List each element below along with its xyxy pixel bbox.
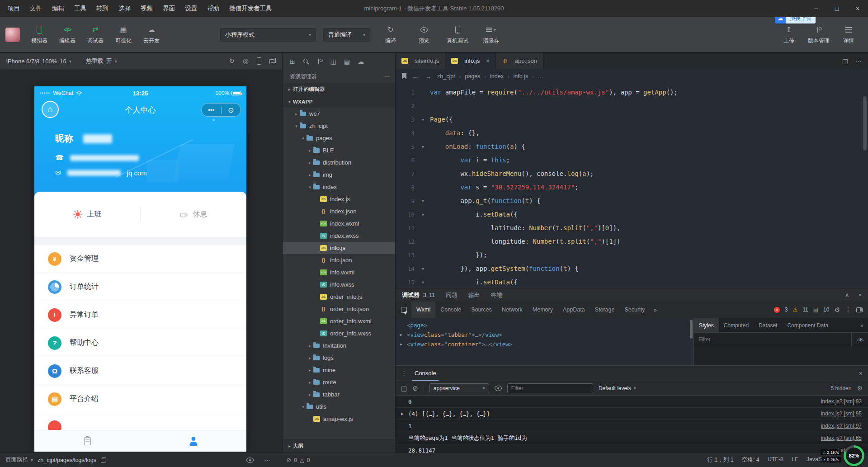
code-area[interactable]: 1var amapFile = require("../../utils/ama…: [396, 84, 868, 288]
expand-icon[interactable]: ▶: [400, 342, 407, 346]
tab-rest[interactable]: 休息: [141, 209, 246, 219]
multi-window-icon[interactable]: [269, 58, 276, 64]
status-item[interactable]: UTF-8: [768, 456, 783, 464]
details-button[interactable]: 详情: [834, 25, 863, 45]
split-editor-icon[interactable]: ◫: [842, 57, 848, 65]
tree-item[interactable]: ▸Invitation: [283, 340, 395, 352]
tree-item[interactable]: Sorder_info.wxss: [283, 327, 395, 340]
devtools-tab[interactable]: Sources: [466, 302, 497, 318]
console-log-row[interactable]: 28.81147index.js…: [396, 444, 868, 453]
rotate-device-icon[interactable]: [257, 57, 261, 65]
collapse-panel-icon[interactable]: ∧: [845, 292, 849, 298]
tab-orders[interactable]: [34, 430, 141, 452]
devtools-tab[interactable]: Network: [497, 302, 528, 318]
devtools-tab[interactable]: Console: [435, 302, 466, 318]
fold-icon[interactable]: ▾: [422, 212, 430, 217]
more-tabs-icon[interactable]: »: [860, 322, 868, 329]
more-actions-icon[interactable]: ⋯: [264, 457, 270, 463]
code-line[interactable]: 13 });: [396, 248, 868, 262]
new-file-icon[interactable]: ⊞: [290, 58, 295, 65]
fold-icon[interactable]: ▾: [422, 198, 430, 203]
inspect-element-icon[interactable]: [401, 307, 407, 313]
log-levels-select[interactable]: Default levels ▾: [599, 385, 636, 392]
editor-tab[interactable]: JSinfo.js×: [445, 53, 496, 69]
editor-button[interactable]: </> 编辑器: [53, 25, 81, 45]
code-line[interactable]: 12 longitude: Number(t.split(",")[1]): [396, 235, 868, 248]
cloud-icon[interactable]: ☁: [358, 58, 364, 65]
tree-item[interactable]: ▸BLE: [283, 144, 395, 156]
tree-item[interactable]: ▸logs: [283, 352, 395, 364]
log-source-link[interactable]: index.js? [sm]:97: [810, 423, 862, 429]
more-actions-icon[interactable]: ⋯: [855, 57, 862, 65]
device-select[interactable]: iPhone 6/7/8 100% 16 ▾: [6, 58, 71, 65]
console-filter-input[interactable]: [507, 383, 593, 393]
code-line[interactable]: 10▾ i.setData({: [396, 208, 868, 221]
menu-item[interactable]: 项目: [3, 0, 25, 17]
fold-icon[interactable]: ▾: [422, 144, 430, 149]
console-log-row[interactable]: ▶(4) [{…}, {…}, {…}, {…}]index.js? [sm]:…: [396, 408, 868, 420]
menu-item[interactable]: 文件: [25, 0, 47, 17]
search-icon[interactable]: [303, 58, 309, 65]
menu-item[interactable]: 帮助: [202, 0, 224, 17]
live-expression-eye-icon[interactable]: [495, 386, 502, 391]
element-node[interactable]: ▶<view class="container">…</view>: [400, 340, 689, 349]
code-line[interactable]: 2: [396, 99, 868, 113]
close-button[interactable]: ×: [847, 0, 868, 17]
mode-select[interactable]: 小程序模式 ▾: [220, 28, 316, 42]
breadcrumb-item[interactable]: info.js: [514, 73, 528, 80]
breadcrumb-item[interactable]: index: [490, 73, 504, 80]
tree-item[interactable]: Sindex.wxss: [283, 230, 395, 242]
debugger-panel-tab[interactable]: 输出: [468, 291, 480, 299]
upload-button[interactable]: ↥ 上传: [774, 25, 804, 45]
fold-icon[interactable]: ▾: [422, 117, 430, 122]
tree-item[interactable]: ▸tabbar: [283, 388, 395, 401]
cloud-dev-button[interactable]: ☁ 云开发: [137, 25, 165, 45]
refresh-icon[interactable]: ↻: [229, 57, 235, 65]
tree-item[interactable]: ▸distribution: [283, 156, 395, 169]
console-log-row[interactable]: 当前的page为1 当前的状态值为1 骑手的id为index.js? [sm]:…: [396, 432, 868, 444]
menu-item[interactable]: 界面: [158, 0, 180, 17]
tree-item[interactable]: ▸route: [283, 376, 395, 388]
devtools-tab[interactable]: Memory: [528, 302, 558, 318]
console-sidebar-icon[interactable]: ◫: [401, 385, 407, 392]
copy-path-icon[interactable]: [101, 457, 106, 463]
more-button[interactable]: •••: [202, 107, 221, 113]
tree-item[interactable]: ▾zh_cjpt: [283, 120, 395, 132]
code-line[interactable]: 11 latitude: Number(t.split(",")[0]),: [396, 221, 868, 235]
watch-icon[interactable]: [246, 458, 254, 463]
maximize-button[interactable]: □: [826, 0, 847, 17]
breadcrumb-item[interactable]: …: [538, 73, 544, 80]
problem-counts[interactable]: ⊘ 0 △ 0: [286, 457, 310, 463]
hot-reload-toggle[interactable]: 热重载 开 ▾: [86, 57, 117, 65]
code-line[interactable]: 4 data: {},: [396, 126, 868, 140]
close-tab-icon[interactable]: ×: [486, 57, 490, 64]
tree-item[interactable]: ▾pages: [283, 132, 395, 144]
tree-item[interactable]: ▾index: [283, 181, 395, 193]
code-line[interactable]: 5▾ onLoad: function(a) {: [396, 140, 868, 153]
styles-tab[interactable]: Component Data: [782, 318, 833, 332]
editor-tab[interactable]: JSsiteinfo.js: [396, 53, 445, 69]
record-icon[interactable]: ◎: [243, 57, 249, 65]
split-view-icon[interactable]: ◫: [330, 58, 336, 65]
tab-profile[interactable]: [141, 430, 247, 452]
list-item[interactable]: 订单统计: [34, 273, 246, 301]
breadcrumb-item[interactable]: pages: [465, 73, 480, 80]
more-tabs-icon[interactable]: »: [650, 307, 660, 313]
tree-item[interactable]: JSindex.js: [283, 193, 395, 205]
menu-item[interactable]: 编辑: [47, 0, 69, 17]
simulator-button[interactable]: 模拟器: [25, 25, 53, 45]
tree-item[interactable]: <>info.wxml: [283, 266, 395, 278]
code-line[interactable]: 15▾ i.setData({: [396, 275, 868, 288]
code-line[interactable]: 3▾Page({: [396, 113, 868, 126]
fold-icon[interactable]: ▾: [422, 266, 430, 271]
debugger-panel-tab[interactable]: 问题: [446, 291, 458, 299]
bookmark-icon[interactable]: [402, 73, 406, 79]
devtools-tab[interactable]: AppData: [558, 302, 590, 318]
user-avatar[interactable]: [5, 28, 20, 42]
more-actions-icon[interactable]: ⋯: [384, 73, 390, 80]
code-line[interactable]: 6 var i = this;: [396, 153, 868, 167]
console-log-row[interactable]: 1index.js? [sm]:97: [396, 420, 868, 432]
expand-icon[interactable]: ▶: [401, 412, 408, 416]
close-miniprogram-button[interactable]: ⊙: [222, 106, 241, 114]
performance-gauge[interactable]: 82%: [844, 445, 864, 466]
